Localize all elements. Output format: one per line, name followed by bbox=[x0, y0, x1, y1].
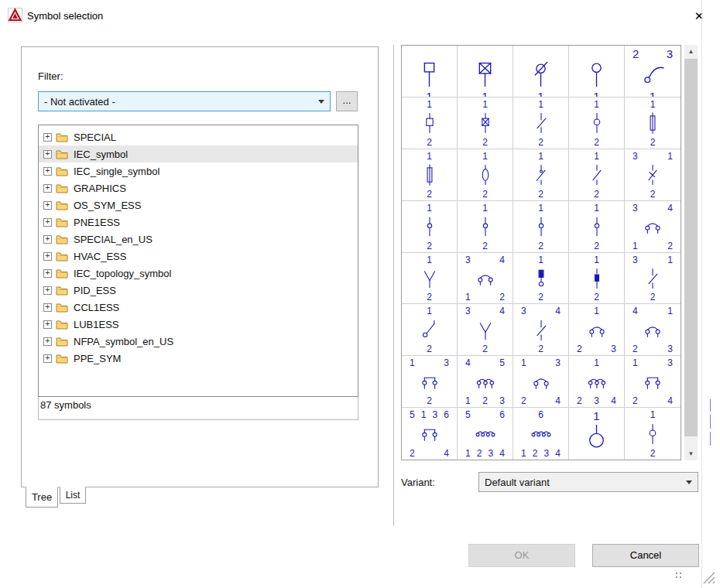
symbol-cell-25[interactable]: 312 bbox=[625, 253, 681, 305]
terminal-numbers: 2 bbox=[402, 241, 457, 251]
tree-item-label: IEC_topology_symbol bbox=[72, 268, 171, 279]
symbol-cell-26[interactable]: 12 bbox=[402, 304, 458, 356]
symbol-cell-5[interactable]: 231 bbox=[625, 46, 681, 97]
symbol-cell-20[interactable]: 3412 bbox=[625, 201, 681, 253]
symbol-cell-39[interactable]: 1 bbox=[569, 408, 625, 460]
symbol-cell-27[interactable]: 342 bbox=[458, 304, 513, 356]
tree-item-IEC_single_symbol[interactable]: +IEC_single_symbol bbox=[39, 162, 358, 179]
expand-plus-icon[interactable]: + bbox=[43, 320, 52, 329]
symbol-cell-36[interactable]: 513624 bbox=[402, 408, 458, 460]
terminal-numbers: 2 bbox=[458, 241, 513, 251]
symbol-cell-40[interactable]: 12 bbox=[625, 408, 681, 460]
expand-plus-icon[interactable]: + bbox=[43, 167, 52, 176]
tree-item-PNE1ESS[interactable]: +PNE1ESS bbox=[39, 214, 358, 231]
symbol-cell-14[interactable]: 12 bbox=[569, 149, 625, 201]
symbol-cell-15[interactable]: 312 bbox=[625, 149, 681, 201]
symbol-cell-23[interactable]: 12 bbox=[513, 253, 569, 305]
symbol-cell-7[interactable]: 12 bbox=[458, 97, 513, 149]
symbol-cell-38[interactable]: 61234 bbox=[513, 408, 569, 460]
expand-plus-icon[interactable]: + bbox=[43, 133, 52, 142]
symbol-cell-4[interactable]: 1 bbox=[569, 46, 625, 97]
terminal-numbers: 1 bbox=[402, 203, 457, 214]
tree-item-GRAPHICS[interactable]: +GRAPHICS bbox=[39, 179, 358, 197]
tree-item-NFPA_symbol_en_US[interactable]: +NFPA_symbol_en_US bbox=[39, 333, 358, 350]
symbol-cell-1[interactable]: 1 bbox=[402, 46, 458, 97]
symbol-cell-37[interactable]: 561234 bbox=[458, 408, 513, 460]
expand-plus-icon[interactable]: + bbox=[43, 303, 52, 312]
terminal-numbers: 24 bbox=[625, 395, 681, 406]
symbol-cell-16[interactable]: 12 bbox=[402, 201, 458, 253]
symbol-cell-19[interactable]: 12 bbox=[569, 201, 625, 253]
grid-scrollbar[interactable]: ▲ ▼ bbox=[684, 45, 698, 460]
symbol-cell-22[interactable]: 3412 bbox=[458, 253, 513, 305]
symbol-cell-24[interactable]: 12 bbox=[569, 253, 625, 305]
expand-plus-icon[interactable]: + bbox=[43, 269, 52, 278]
tree-item-IEC_topology_symbol[interactable]: +IEC_topology_symbol bbox=[39, 265, 358, 282]
symbol-cell-33[interactable]: 1324 bbox=[513, 356, 569, 408]
symbol-cell-10[interactable]: 12 bbox=[625, 97, 681, 149]
tree-item-SPECIAL[interactable]: +SPECIAL bbox=[39, 128, 358, 145]
close-icon[interactable]: ✕ bbox=[690, 7, 708, 26]
symbol-cell-3[interactable]: 1 bbox=[513, 46, 569, 97]
symbol-cell-30[interactable]: 4123 bbox=[625, 304, 681, 356]
terminal-numbers: 1 bbox=[402, 99, 457, 110]
symbol-cell-2[interactable]: 1 bbox=[458, 46, 513, 97]
symbol-cell-21[interactable]: 12 bbox=[402, 253, 458, 305]
chevron-down-icon[interactable] bbox=[681, 480, 698, 484]
symbol-glyph-bridge2 bbox=[418, 369, 441, 395]
tree-item-PPE_SYM[interactable]: +PPE_SYM bbox=[39, 350, 358, 367]
terminal-numbers: 2 bbox=[569, 137, 624, 148]
scroll-up-icon[interactable]: ▲ bbox=[684, 45, 698, 58]
tab-list[interactable]: List bbox=[60, 487, 86, 504]
expand-plus-icon[interactable]: + bbox=[43, 354, 52, 363]
symbol-cell-13[interactable]: 12 bbox=[513, 149, 569, 201]
tree-item-PID_ESS[interactable]: +PID_ESS bbox=[39, 282, 358, 299]
filter-combobox[interactable]: - Not activated - bbox=[38, 91, 331, 111]
symbol-cell-17[interactable]: 12 bbox=[458, 201, 513, 253]
dialog-right-border bbox=[701, 0, 702, 588]
tree-item-LUB1ESS[interactable]: +LUB1ESS bbox=[39, 316, 358, 333]
ok-button[interactable]: OK bbox=[468, 544, 575, 567]
expand-plus-icon[interactable]: + bbox=[43, 218, 52, 227]
filter-label: Filter: bbox=[38, 70, 63, 82]
terminal-numbers: 34 bbox=[625, 203, 681, 214]
tree-item-OS_SYM_ESS[interactable]: +OS_SYM_ESS bbox=[39, 197, 358, 214]
terminal-numbers: 24 bbox=[402, 448, 457, 459]
symbol-cell-34[interactable]: 1234 bbox=[569, 356, 625, 408]
tree-item-CCL1ESS[interactable]: +CCL1ESS bbox=[39, 299, 358, 316]
terminal-numbers: 2 bbox=[402, 292, 457, 303]
chevron-down-icon[interactable] bbox=[313, 100, 330, 104]
symbol-cell-31[interactable]: 132 bbox=[402, 356, 458, 408]
symbol-cell-29[interactable]: 123 bbox=[569, 304, 625, 356]
tab-tree[interactable]: Tree bbox=[26, 487, 58, 508]
tree-item-HVAC_ESS[interactable]: +HVAC_ESS bbox=[39, 248, 358, 265]
symbol-cell-32[interactable]: 45123 bbox=[458, 356, 513, 408]
scrollbar-thumb[interactable] bbox=[684, 59, 698, 436]
expand-plus-icon[interactable]: + bbox=[43, 201, 52, 210]
symbol-cell-35[interactable]: 1324 bbox=[625, 356, 681, 408]
tree-item-IEC_symbol[interactable]: +IEC_symbol bbox=[39, 145, 358, 162]
variant-combobox[interactable]: Default variant bbox=[478, 472, 698, 492]
scroll-down-icon[interactable]: ▼ bbox=[684, 447, 698, 460]
expand-plus-icon[interactable]: + bbox=[43, 286, 52, 295]
cancel-button[interactable]: Cancel bbox=[592, 544, 699, 567]
symbol-cell-12[interactable]: 12 bbox=[458, 149, 513, 201]
tree-list[interactable]: +SPECIAL+IEC_symbol+IEC_single_symbol+GR… bbox=[38, 125, 358, 397]
terminal-numbers: 56 bbox=[458, 409, 513, 420]
expand-plus-icon[interactable]: + bbox=[43, 184, 52, 193]
resize-grip[interactable] bbox=[701, 569, 716, 585]
symbol-cell-8[interactable]: 12 bbox=[513, 97, 569, 149]
expand-plus-icon[interactable]: + bbox=[43, 337, 52, 346]
filter-browse-button[interactable]: ... bbox=[336, 91, 358, 111]
expand-plus-icon[interactable]: + bbox=[43, 235, 52, 244]
symbol-cell-18[interactable]: 12 bbox=[513, 201, 569, 253]
symbol-cell-6[interactable]: 12 bbox=[402, 97, 458, 149]
expand-plus-icon[interactable]: + bbox=[43, 150, 52, 159]
symbol-cell-28[interactable]: 342 bbox=[513, 304, 569, 356]
tree-item-SPECIAL_en_US[interactable]: +SPECIAL_en_US bbox=[39, 231, 358, 248]
symbol-cell-11[interactable]: 12 bbox=[402, 149, 458, 201]
symbol-cell-9[interactable]: 12 bbox=[569, 97, 625, 149]
terminal-numbers: 6 bbox=[513, 409, 568, 420]
terminal-numbers: 1234 bbox=[458, 448, 513, 459]
expand-plus-icon[interactable]: + bbox=[43, 252, 52, 261]
